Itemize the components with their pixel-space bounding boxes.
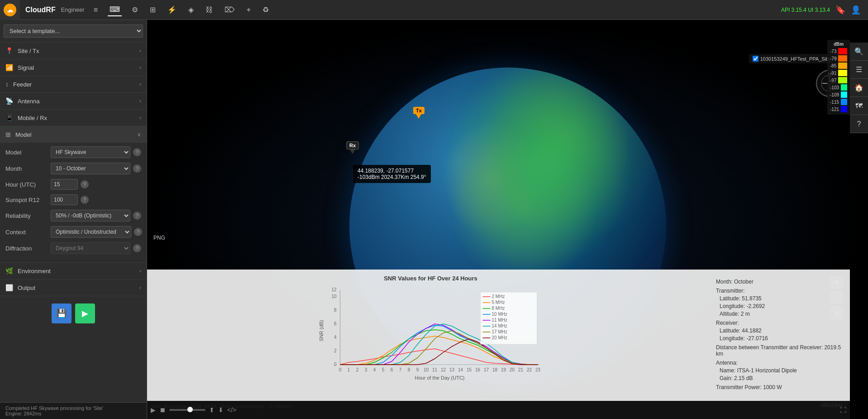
tx-badge: Tx — [413, 107, 424, 114]
hour-help-icon[interactable]: ? — [81, 180, 89, 188]
template-row: Select a template... — [0, 20, 147, 43]
diffraction-field-label: Diffraction — [5, 245, 51, 252]
antenna-label: Antenna — [18, 98, 39, 105]
tooltip-info: -103dBm 2024.37Km 254.9° — [358, 174, 426, 180]
chart-area: SNR Values for HF Over 24 Hours 0 2 — [154, 275, 707, 397]
download-icon[interactable]: ⬇ — [218, 406, 224, 414]
legend-row-73: -73 — [828, 48, 849, 55]
reliability-field-select[interactable]: 50% / -0dB (Optimistic) 90% / -5.6dB 95%… — [51, 210, 130, 222]
nav-node-icon[interactable]: ◈ — [186, 4, 196, 16]
site-tx-icon: 📍 — [5, 47, 13, 54]
environment-chevron: › — [139, 268, 141, 274]
reliability-field-row: Reliability 50% / -0dB (Optimistic) 90% … — [5, 210, 141, 222]
signal-chevron: › — [139, 64, 141, 71]
output-header[interactable]: ⬜ Output › — [0, 279, 147, 296]
context-help-icon[interactable]: ? — [134, 228, 142, 236]
layer-checkbox[interactable] — [753, 56, 758, 62]
run-button[interactable]: ▶ — [75, 303, 95, 323]
sunspot-field-label: Sunspot R12 — [5, 197, 51, 203]
svg-text:10 MHz: 10 MHz — [492, 312, 507, 317]
hour-field-input[interactable] — [51, 179, 78, 190]
reliability-help-icon[interactable]: ? — [133, 212, 141, 220]
chart-info-receiver: Receiver: Latitude: 44.1882 Longitude: -… — [716, 320, 843, 342]
png-label: PNG — [152, 234, 167, 242]
svg-text:2: 2 — [356, 367, 359, 372]
svg-text:14: 14 — [458, 367, 463, 372]
site-tx-header[interactable]: 📍 Site / Tx › — [0, 43, 147, 59]
play-icon[interactable]: ▶ — [151, 406, 156, 414]
diffraction-field-select[interactable]: Deygout 94 Fresnel ITU-R P.526 — [51, 242, 130, 254]
mobile-rx-icon: 📱 — [5, 114, 13, 121]
legend-row-115: -115 — [828, 98, 849, 106]
month-help-icon[interactable]: ? — [133, 164, 141, 173]
chart-info-antenna: Antenna: Name: ITSA-1 Horizontal Dipole … — [716, 360, 843, 381]
app-name: CloudRF — [20, 6, 61, 14]
feeder-header[interactable]: ↕ Feeder › — [0, 76, 147, 92]
svg-text:14 MHz: 14 MHz — [492, 323, 507, 328]
code-icon[interactable]: </> — [227, 406, 236, 414]
sunspot-field-input[interactable] — [51, 194, 78, 205]
tx-pin — [416, 114, 421, 119]
svg-text:5: 5 — [382, 367, 385, 372]
chart-title: SNR Values for HF Over 24 Hours — [154, 275, 707, 282]
top-navigation-bar: ☁ CloudRF Engineer ≡ ⌨ ⚙ ⊞ ⚡ ◈ ⛓ ⌦ ⌖ ♻ A… — [0, 0, 868, 20]
month-field-select[interactable]: 1 - January 2 - February 3 - March 4 - A… — [51, 163, 130, 174]
list-button[interactable]: ☰ — [850, 61, 868, 79]
layers-button[interactable]: 🗺 — [850, 97, 868, 115]
top-right-section: API 3.15.4 UI 3.13.4 🔖 👤 — [781, 5, 868, 15]
diffraction-help-icon[interactable]: ? — [133, 244, 141, 252]
nav-recycle-icon[interactable]: ♻ — [261, 4, 271, 16]
svg-text:Hour of the Day (UTC): Hour of the Day (UTC) — [415, 375, 464, 380]
svg-text:12: 12 — [331, 287, 337, 292]
tx-marker[interactable]: Tx — [413, 107, 424, 119]
nav-grid-icon[interactable]: ⊞ — [148, 4, 157, 16]
model-help-icon[interactable]: ? — [133, 148, 141, 156]
upload-icon[interactable]: ⬆ — [209, 406, 215, 414]
user-icon[interactable]: 👤 — [851, 5, 861, 15]
chart-info-month: Month: October — [716, 279, 843, 285]
site-tx-section: 📍 Site / Tx › — [0, 43, 147, 59]
mobile-rx-header[interactable]: 📱 Mobile / Rx › — [0, 110, 147, 126]
site-tx-chevron: › — [139, 48, 141, 54]
nav-hamburger-icon[interactable]: ≡ — [92, 4, 100, 16]
legend-color-109 — [841, 92, 847, 98]
chart-info-panel: Month: October Transmitter: Latitude: 51… — [716, 275, 843, 397]
nav-link-icon[interactable]: ⛓ — [204, 4, 215, 16]
search-map-button[interactable]: 🔍 — [850, 43, 868, 61]
nav-target-icon[interactable]: ⌖ — [245, 4, 253, 16]
model-header[interactable]: ⊞ Model ∨ — [0, 126, 147, 143]
timeline-slider[interactable] — [169, 409, 205, 411]
fullscreen-icon[interactable]: ⛶ — [840, 406, 846, 414]
chart-info-antenna-gain: Gain: 2.15 dB — [716, 375, 843, 381]
antenna-header[interactable]: 📡 Antenna › — [0, 93, 147, 109]
svg-text:8: 8 — [334, 308, 337, 313]
home-button[interactable]: 🏠 — [850, 79, 868, 97]
signal-header[interactable]: 📶 Signal › — [0, 59, 147, 76]
nav-keyboard-icon[interactable]: ⌨ — [108, 3, 122, 16]
model-field-select[interactable]: HF Skywave ITM LOS FSPL — [51, 146, 130, 158]
slider-thumb[interactable] — [187, 407, 193, 412]
chart-info-rx-lat: Latitude: 44.1882 — [716, 327, 843, 334]
chart-info-tx-header: Transmitter: — [716, 288, 843, 294]
legend-color-121 — [841, 106, 847, 112]
signal-label: Signal — [18, 64, 34, 71]
nav-tools-icon[interactable]: ⚙ — [130, 4, 140, 16]
rx-marker[interactable]: Rx — [346, 141, 359, 154]
site-tx-label: Site / Tx — [18, 48, 39, 54]
stop-icon[interactable]: ⏹ — [159, 406, 166, 414]
svg-text:7: 7 — [399, 367, 402, 372]
help-button[interactable]: ? — [850, 115, 868, 133]
template-select[interactable]: Select a template... — [4, 24, 143, 38]
app-logo: ☁ — [0, 0, 20, 20]
context-field-select[interactable]: Optimistic / Unobstructed Average / Some… — [51, 226, 131, 238]
snr-chart-overlay: SNR Values for HF Over 24 Hours 0 2 — [147, 270, 850, 401]
sunspot-help-icon[interactable]: ? — [81, 196, 89, 204]
save-button[interactable]: 💾 — [52, 303, 72, 323]
map-area[interactable]: Tx Rx 44.188239, -27.071577 -103dBm 2024… — [147, 20, 868, 419]
nav-arrow-icon[interactable]: ⌦ — [223, 4, 237, 16]
environment-header[interactable]: 🌿 Environment › — [0, 263, 147, 279]
book-icon[interactable]: 🔖 — [835, 5, 845, 15]
signal-section: 📶 Signal › — [0, 59, 147, 76]
nav-bolt-icon[interactable]: ⚡ — [166, 4, 178, 16]
svg-text:11: 11 — [432, 367, 438, 372]
